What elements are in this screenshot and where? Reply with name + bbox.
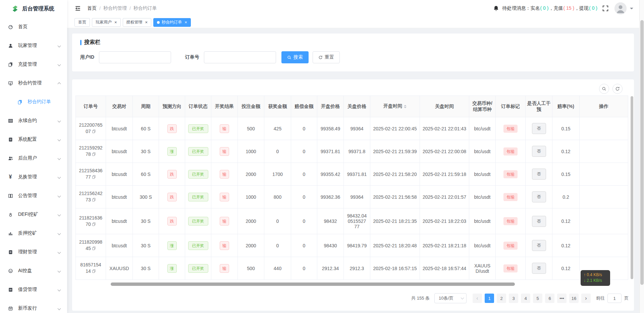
sidebar-item-staking-mining[interactable]: 质押挖矿 [0, 224, 67, 243]
copy-docs-icon [7, 61, 13, 67]
sort-icon[interactable] [404, 104, 407, 110]
sidebar-item-perpetual-contract[interactable]: 永续合约 [0, 111, 67, 130]
message-separator: ， [575, 5, 579, 11]
order-no-cell: 8165715414 [76, 257, 106, 280]
column-header-17: 操作 [580, 96, 628, 117]
manual-intervention-button[interactable]: 否 [532, 191, 546, 202]
chevron-down-icon[interactable] [630, 8, 633, 11]
sidebar-item-seconds-contract-mgmt[interactable]: 秒合约管理 [0, 74, 67, 92]
sidebar-item-admin-users[interactable]: 后台用户 [0, 149, 67, 168]
direction-cell: 跌 [159, 163, 185, 186]
collapse-sidebar-icon[interactable] [74, 5, 81, 12]
page-size-select[interactable]: 10条/页 [434, 293, 467, 303]
sidebar-item-new-coin-issue[interactable]: 新币发行 [0, 299, 67, 313]
window-scrollbar[interactable] [639, 0, 644, 313]
page-button-1[interactable]: 1 [485, 294, 494, 303]
sidebar-item-announcement-mgmt[interactable]: 公告管理 [0, 186, 67, 205]
tab-home[interactable]: 首页 [74, 18, 90, 27]
grid-icon [7, 118, 13, 124]
manual-intervention-button[interactable]: 否 [532, 263, 546, 274]
user-icon [7, 43, 13, 49]
horizontal-scrollbar-thumb[interactable] [111, 283, 515, 286]
sidebar-item-wealth-mgmt[interactable]: 理财管理 [0, 243, 67, 261]
order-no-input[interactable] [204, 51, 276, 63]
manual-intervention-button[interactable]: 否 [532, 123, 546, 134]
goto-page-input[interactable] [607, 294, 622, 303]
copy-icon[interactable] [92, 197, 96, 203]
action-cell [580, 234, 628, 257]
sidebar-item-ai-control[interactable]: AI控盘 [0, 261, 67, 280]
close-tab-icon[interactable]: × [145, 20, 148, 24]
more-pages-button[interactable]: ••• [557, 294, 567, 303]
sidebar-item-player-mgmt[interactable]: 玩家管理 [0, 36, 67, 55]
tab-label: 玩家用户 [96, 19, 112, 25]
copy-icon[interactable] [92, 222, 96, 228]
page-button-5[interactable]: 5 [533, 294, 542, 303]
column-header-5: 开奖结果 [211, 96, 238, 117]
sidebar-item-system-config[interactable]: 系统配置 [0, 130, 67, 149]
copy-icon[interactable] [92, 129, 96, 135]
odds-cell: 0.12 [552, 140, 580, 163]
column-header-label: 赔偿金额 [295, 104, 314, 109]
message-count: ( 15 ) [563, 5, 574, 11]
user-id-input[interactable] [99, 51, 171, 63]
bell-icon[interactable] [493, 5, 499, 11]
manual-intervention-button[interactable]: 否 [532, 216, 546, 227]
order-status-cell: 已开奖 [185, 257, 211, 280]
vertical-scrollbar[interactable] [631, 96, 633, 279]
copy-icon[interactable] [92, 151, 96, 158]
sidebar-item-defi-mining[interactable]: DEFI挖矿 [0, 205, 67, 224]
action-cell [580, 186, 628, 208]
table-row: 21215624273btcusdt300 S跌已开奖输100080009936… [76, 186, 628, 208]
table-wrap: 订单号交易对周期预测方向订单状态开奖结果投注金额获奖金额赔偿金额开盘价格关盘价格… [75, 96, 631, 280]
next-page-button[interactable]: › [581, 294, 591, 303]
bar-chart-icon [7, 230, 13, 236]
fullscreen-icon[interactable] [602, 5, 608, 11]
reset-button[interactable]: 重置 [313, 51, 340, 63]
copy-icon[interactable] [92, 174, 96, 181]
close-time-cell: 2025-02-21 22:01:57 [420, 186, 469, 208]
chevron-down-icon [58, 307, 61, 310]
manual-intervention-button[interactable]: 否 [532, 169, 546, 180]
tab-seconds-contract-orders[interactable]: 秒合约订单× [153, 18, 191, 27]
page-button-3[interactable]: 3 [509, 294, 518, 303]
close-tab-icon[interactable]: × [184, 20, 187, 24]
monitor-check-icon [7, 80, 13, 86]
result-cell: 输 [211, 163, 238, 186]
tab-player-users[interactable]: 玩家用户× [92, 18, 121, 27]
breadcrumb-item[interactable]: 首页 [87, 5, 97, 11]
vertical-scrollbar-thumb[interactable] [631, 96, 633, 279]
page-button-16[interactable]: 16 [569, 294, 579, 303]
close-time-cell: 2025-02-21 18:22:03 [420, 208, 469, 234]
manual-intervention-button[interactable]: 否 [532, 240, 546, 251]
copy-icon[interactable] [92, 246, 96, 252]
sidebar-item-deposit-withdraw-mgmt[interactable]: 充提管理 [0, 55, 67, 74]
horizontal-scrollbar[interactable] [75, 283, 631, 286]
sidebar-item-seconds-contract-orders[interactable]: 秒合约订单 [0, 92, 67, 111]
manual-intervention-cell: 否 [526, 257, 552, 280]
avatar[interactable] [614, 2, 627, 14]
orders-table: 订单号交易对周期预测方向订单状态开奖结果投注金额获奖金额赔偿金额开盘价格关盘价格… [75, 96, 628, 280]
table-refresh-button[interactable] [612, 84, 623, 94]
sidebar-item-lending-mgmt[interactable]: 借贷管理 [0, 280, 67, 299]
direction-tag: 涨 [167, 147, 177, 156]
open-price-cell: 98432 [317, 208, 344, 234]
table-search-button[interactable] [599, 84, 609, 94]
file-x-icon [7, 287, 13, 293]
search-button[interactable]: 搜索 [281, 51, 309, 63]
manual-intervention-button[interactable]: 否 [532, 146, 546, 157]
page-button-4[interactable]: 4 [521, 294, 530, 303]
window-scrollbar-thumb[interactable] [640, 20, 644, 285]
sidebar-item-home[interactable]: 首页 [0, 17, 67, 36]
breadcrumb-item[interactable]: 秒合约管理 [103, 5, 127, 11]
direction-cell: 跌 [159, 186, 185, 208]
book-icon [7, 193, 13, 199]
close-price-cell: 99364 [344, 117, 370, 140]
page-button-2[interactable]: 2 [497, 294, 506, 303]
copy-icon[interactable] [92, 268, 96, 275]
prev-page-button[interactable]: ‹ [473, 294, 482, 303]
page-button-6[interactable]: 6 [545, 294, 554, 303]
sidebar-item-exchange-mgmt[interactable]: ¥兑换管理 [0, 168, 67, 186]
close-tab-icon[interactable]: × [114, 20, 117, 24]
tab-authorization-mgmt[interactable]: 授权管理× [123, 18, 152, 27]
